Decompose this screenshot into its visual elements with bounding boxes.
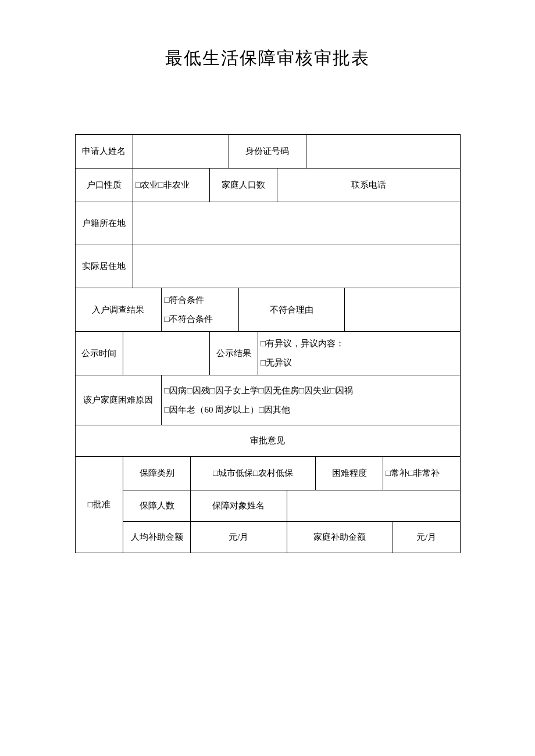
difficulty-degree-label: 困难程度 xyxy=(316,457,383,490)
approved-label[interactable]: □批准 xyxy=(75,457,123,553)
family-subsidy-label: 家庭补助金额 xyxy=(287,522,393,553)
difficulty-reason-value[interactable]: □因病□因残□因子女上学□因无住房□因失业□因祸 □因年老（60 周岁以上）□因… xyxy=(162,375,460,425)
id-number-label: 身份证号码 xyxy=(229,135,306,169)
applicant-name-field[interactable] xyxy=(133,135,229,169)
guarantee-names-label: 保障对象姓名 xyxy=(191,490,287,522)
actual-residence-label: 实际居住地 xyxy=(75,245,133,288)
guarantee-type-label: 保障类别 xyxy=(123,457,191,490)
survey-result-label: 入户调查结果 xyxy=(75,288,162,332)
per-capita-unit: 元/月 xyxy=(191,522,287,553)
noncompliance-reason-field[interactable] xyxy=(344,288,460,332)
announcement-time-field[interactable] xyxy=(123,332,210,375)
hukou-location-field[interactable] xyxy=(133,202,460,245)
family-subsidy-unit: 元/月 xyxy=(393,522,460,553)
per-capita-label: 人均补助金额 xyxy=(123,522,191,553)
actual-residence-field[interactable] xyxy=(133,245,460,288)
announcement-result-value[interactable]: □有异议，异议内容： □无异议 xyxy=(258,332,460,375)
announcement-result-label: 公示结果 xyxy=(210,332,258,375)
guarantee-names-field[interactable] xyxy=(287,490,460,522)
id-number-field[interactable] xyxy=(306,135,460,169)
guarantee-count-label: 保障人数 xyxy=(123,490,191,522)
difficulty-reason-label: 该户家庭困难原因 xyxy=(75,375,162,425)
difficulty-degree-value[interactable]: □常补□非常补 xyxy=(383,457,461,490)
guarantee-type-value[interactable]: □城市低保□农村低保 xyxy=(191,457,316,490)
announcement-time-label: 公示时间 xyxy=(75,332,123,375)
page-title: 最低生活保障审核审批表 xyxy=(75,46,461,70)
hukou-type-value[interactable]: □农业□非农业 xyxy=(133,169,209,202)
hukou-type-label: 户口性质 xyxy=(75,169,133,202)
family-size-label: 家庭人口数 xyxy=(210,169,277,202)
survey-result-value[interactable]: □符合条件 □不符合条件 xyxy=(162,288,238,332)
approval-form-table: 申请人姓名 身份证号码 户口性质 □农业□非农业 家庭人口数 联系电话 户籍所在… xyxy=(75,134,461,553)
hukou-location-label: 户籍所在地 xyxy=(75,202,133,245)
contact-phone-label: 联系电话 xyxy=(277,169,460,202)
approval-opinion-header: 审批意见 xyxy=(75,425,460,457)
applicant-name-label: 申请人姓名 xyxy=(75,135,133,169)
noncompliance-reason-label: 不符合理由 xyxy=(238,288,344,332)
